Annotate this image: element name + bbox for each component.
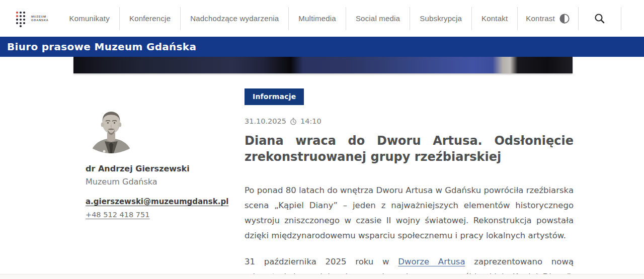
body-text-before-link: 31 października 2025 roku w: [245, 257, 398, 266]
article-date: 31.10.2025: [245, 117, 286, 125]
nav-item-multimedia[interactable]: Multimedia: [289, 7, 346, 30]
author-card: dr Andrzej Gierszewski Muzeum Gdańska a.…: [86, 102, 226, 219]
logo-line-1: MUZEUM: [31, 15, 49, 19]
article-meta: 31.10.2025 14:10: [245, 117, 574, 125]
museum-logo-text: MUZEUM GDAŃSKA: [31, 15, 49, 22]
author-name: dr Andrzej Gierszewski: [86, 164, 226, 173]
hero-image-bottom-edge: [73, 57, 573, 73]
next-section-edge: [0, 274, 644, 279]
nav-item-komunikaty[interactable]: Komunikaty: [60, 7, 120, 30]
nav-item-social-media[interactable]: Social media: [346, 7, 410, 30]
museum-logo[interactable]: MUZEUM GDAŃSKA: [15, 10, 49, 27]
author-organization: Muzeum Gdańska: [86, 177, 226, 187]
article: Informacje 31.10.2025 14:10 Diana wraca …: [245, 88, 574, 279]
main-menu: Komunikaty Konferencje Nadchodzące wydar…: [60, 7, 621, 30]
press-office-banner: Biuro prasowe Muzeum Gdańska: [0, 37, 644, 57]
search-button[interactable]: [579, 7, 621, 30]
contrast-toggle[interactable]: Kontrast: [518, 7, 578, 30]
author-email-link[interactable]: a.gierszewski@muzeumgdansk.pl: [86, 197, 228, 206]
article-lead: Po ponad 80 latach do wnętrza Dworu Artu…: [245, 183, 574, 243]
dwor-artusa-link[interactable]: Dworze Artusa: [398, 257, 465, 266]
logo-line-2: GDAŃSKA: [31, 19, 49, 22]
category-badge[interactable]: Informacje: [245, 88, 304, 105]
article-title: Diana wraca do Dworu Artusa. Odsłonięcie…: [245, 133, 574, 165]
nav-item-konferencje[interactable]: Konferencje: [120, 7, 181, 30]
contrast-label: Kontrast: [526, 14, 554, 23]
top-navigation: MUZEUM GDAŃSKA Komunikaty Konferencje Na…: [0, 0, 644, 37]
search-icon: [594, 13, 606, 25]
clock-icon: [290, 118, 297, 125]
article-title-line-1: Diana wraca do Dworu Artusa. Odsłonięcie: [245, 133, 574, 149]
contrast-icon: [559, 13, 570, 24]
press-office-title: Biuro prasowe Muzeum Gdańska: [7, 41, 196, 53]
nav-item-subskrypcja[interactable]: Subskrypcja: [410, 7, 472, 30]
museum-logo-dots-icon: [15, 10, 28, 27]
author-phone-link[interactable]: +48 512 418 751: [86, 211, 149, 219]
author-photo: [86, 102, 137, 161]
article-title-line-2: zrekonstruowanej grupy rzeźbiarskiej: [245, 149, 574, 165]
nav-item-kontakt[interactable]: Kontakt: [472, 7, 518, 30]
nav-item-nadchodzace-wydarzenia[interactable]: Nadchodzące wydarzenia: [181, 7, 289, 30]
article-time: 14:10: [300, 117, 321, 125]
